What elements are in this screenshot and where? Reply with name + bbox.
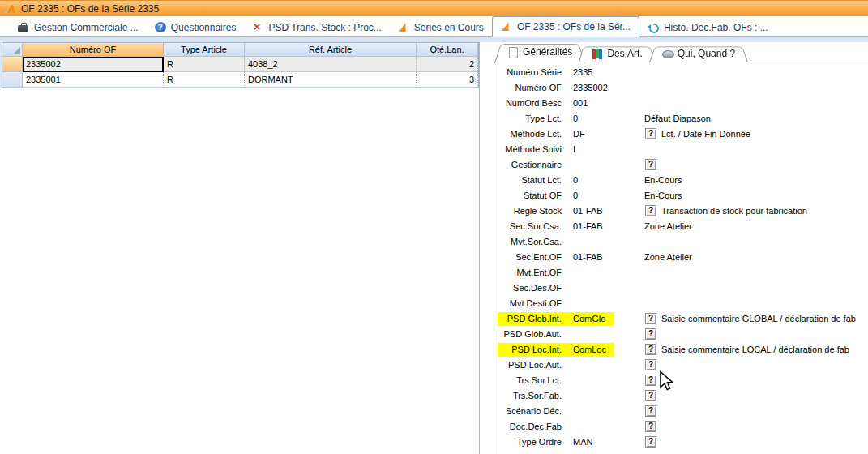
question-circle-icon xyxy=(155,22,166,32)
field-value[interactable]: MAN xyxy=(573,435,592,450)
form-row: PSD Loc.Int. ComLoc ? Saisie commentaire… xyxy=(494,342,868,358)
form-row: Sec.Sor.Csa. 01-FAB Zone Atelier xyxy=(494,219,868,234)
help-button[interactable]: ? xyxy=(645,436,656,448)
main-tab[interactable]: Histo. Déc.Fab. OFs : ... xyxy=(639,19,776,36)
detail-tab-label: Généralités xyxy=(523,46,572,58)
field-description: Zone Atelier xyxy=(644,219,692,234)
mouse-cursor xyxy=(659,370,673,394)
main-tab[interactable]: Gestion Commerciale ... xyxy=(10,19,147,36)
column-header-type-article[interactable]: Type Article xyxy=(164,43,245,57)
help-button[interactable]: ? xyxy=(645,421,656,432)
field-value[interactable]: 0 xyxy=(573,188,578,203)
briefcase-icon xyxy=(18,22,29,33)
content-area: Numéro OF Type Article Réf. Article Qté.… xyxy=(0,37,868,454)
form-row: PSD Glob.Int. ComGlo ? Saisie commentair… xyxy=(494,311,868,327)
table-corner-cell[interactable] xyxy=(2,43,23,57)
books-icon xyxy=(592,48,603,59)
diapason-icon xyxy=(398,22,409,33)
form-row: Type Lct. 0 Défaut Diapason xyxy=(494,111,868,126)
field-value[interactable]: 2335002 xyxy=(573,80,608,96)
detail-tab[interactable]: Généralités xyxy=(498,41,582,62)
row-marker-cell[interactable] xyxy=(2,72,23,88)
of-table-body: 2335002 R 4038_2 2 2335001 R DORMANT 3 xyxy=(2,57,478,88)
field-value[interactable]: I xyxy=(573,142,575,157)
cell-ref-article[interactable]: DORMANT xyxy=(245,72,417,88)
form-row: NumOrd Besc 001 xyxy=(494,96,868,111)
field-label: PSD Loc.Aut. xyxy=(498,358,562,373)
field-value[interactable]: 01-FAB xyxy=(573,203,603,219)
field-label: NumOrd Besc xyxy=(498,96,562,111)
main-tab[interactable]: PSD Trans. Stock : Proc... xyxy=(244,19,389,36)
form-row: Trs.Sor.Lct. ? xyxy=(494,373,868,388)
app-window: OF 2335 : OFs de la Série 2335 Gestion C… xyxy=(0,0,868,454)
field-label: Trs.Sor.Lct. xyxy=(498,373,562,388)
detail-tab[interactable]: Qui, Quand ? xyxy=(652,45,745,62)
main-tab-label: Séries en Cours xyxy=(414,22,484,33)
app-logo-icon xyxy=(4,3,17,15)
help-button[interactable]: ? xyxy=(645,159,656,170)
cell-type-article[interactable]: R xyxy=(164,57,245,72)
cell-type-article[interactable]: R xyxy=(164,72,245,88)
form-row: Statut Lct. 0 En-Cours xyxy=(494,173,868,188)
of-table-header: Numéro OF Type Article Réf. Article Qté.… xyxy=(2,43,478,57)
form-row: Numéro OF 2335002 xyxy=(494,80,868,96)
field-description: Saisie commentaire LOCAL / déclaration d… xyxy=(661,342,849,358)
field-label: Mvt.Sor.Csa. xyxy=(498,234,562,250)
field-value[interactable]: 0 xyxy=(573,111,578,126)
cell-numero-of[interactable]: 2335001 xyxy=(23,72,164,88)
field-description: Transaction de stock pour fabrication xyxy=(661,203,807,219)
help-button[interactable]: ? xyxy=(645,405,656,417)
help-button[interactable]: ? xyxy=(645,390,656,401)
cell-numero-of[interactable]: 2335002 xyxy=(23,57,164,72)
cell-qte-lan[interactable]: 3 xyxy=(417,72,478,88)
field-value[interactable]: 01-FAB xyxy=(573,250,603,265)
field-value[interactable]: 01-FAB xyxy=(573,219,603,234)
detail-tab-strip: Généralités Des.Art. Qui, Quand ? xyxy=(498,41,745,62)
field-label: Scénario Déc. xyxy=(498,404,562,419)
help-button[interactable]: ? xyxy=(645,128,656,139)
help-button[interactable]: ? xyxy=(645,313,656,324)
field-value[interactable]: ComLoc xyxy=(573,342,606,358)
window-title: OF 2335 : OFs de la Série 2335 xyxy=(21,3,159,15)
detail-tab-label: Qui, Quand ? xyxy=(678,48,735,59)
field-label: Sec.Sor.Csa. xyxy=(498,219,562,234)
column-header-ref-article[interactable]: Réf. Article xyxy=(245,43,417,57)
cell-qte-lan[interactable]: 2 xyxy=(417,57,478,72)
help-button[interactable]: ? xyxy=(645,205,656,216)
main-tab-label: Questionnaires xyxy=(171,22,237,33)
help-button[interactable]: ? xyxy=(645,359,656,370)
form-row: Règle Stock 01-FAB ? Transaction de stoc… xyxy=(494,203,868,219)
field-value[interactable]: DF xyxy=(573,126,585,142)
main-tab[interactable]: OF 2335 : OFs de la Sér... xyxy=(492,16,639,37)
row-marker-cell[interactable] xyxy=(2,57,23,72)
detail-tab[interactable]: Des.Art. xyxy=(582,45,652,62)
field-label: PSD Glob.Int. xyxy=(498,311,562,327)
field-label: Méthode Suivi xyxy=(498,142,562,157)
clock-icon xyxy=(662,48,673,59)
field-value[interactable]: 001 xyxy=(573,96,588,111)
main-tab[interactable]: Questionnaires xyxy=(147,19,245,36)
cell-ref-article[interactable]: 4038_2 xyxy=(245,57,417,72)
form-row: Numéro Série 2335 xyxy=(494,65,868,80)
field-label: Règle Stock xyxy=(498,203,562,219)
form-row: Mvt.Sor.Csa. xyxy=(494,234,868,250)
document-icon xyxy=(507,46,519,58)
field-label: Sec.Ent.OF xyxy=(498,250,562,265)
field-value[interactable]: 0 xyxy=(573,173,578,188)
field-label: PSD Loc.Int. xyxy=(498,342,562,358)
field-value[interactable]: 2335 xyxy=(573,65,592,80)
column-header-numero-of[interactable]: Numéro OF xyxy=(23,43,164,57)
column-header-qte-lan[interactable]: Qté.Lan. xyxy=(417,43,478,57)
main-tab[interactable]: Séries en Cours xyxy=(390,19,492,36)
detail-tab-label: Des.Art. xyxy=(607,48,642,59)
form-row: Scénario Déc. ? xyxy=(494,404,868,419)
form-row: Trs.Sor.Fab. ? xyxy=(494,388,868,404)
form-row: Type Ordre MAN ? xyxy=(494,435,868,450)
redx-icon xyxy=(252,22,263,33)
field-value[interactable]: ComGlo xyxy=(573,311,605,327)
help-button[interactable]: ? xyxy=(645,344,656,355)
help-button[interactable]: ? xyxy=(645,328,656,340)
field-label: Statut Lct. xyxy=(498,173,562,188)
field-description: Saisie commentaire GLOBAL / déclaration … xyxy=(661,311,856,327)
help-button[interactable]: ? xyxy=(645,375,656,386)
